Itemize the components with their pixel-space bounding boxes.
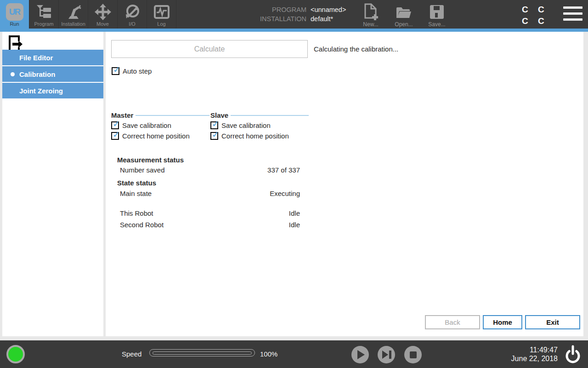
state-status-heading: State status xyxy=(117,179,156,187)
hamburger-menu-icon[interactable] xyxy=(563,6,582,21)
log-pulse-icon xyxy=(154,3,170,21)
program-label: PROGRAM xyxy=(232,6,306,13)
main-tabs: UR Run Program xyxy=(0,0,176,29)
tab-io[interactable]: I/O xyxy=(118,0,147,29)
slave-save-calibration-checkbox[interactable] xyxy=(210,121,218,129)
program-name: <unnamed> xyxy=(311,6,346,13)
home-button[interactable]: Home xyxy=(483,315,522,329)
move-arrows-icon xyxy=(95,3,111,21)
time-text: 11:49:47 xyxy=(511,345,558,354)
sidebar: File Editor Calibration Joint Zeroing xyxy=(2,32,103,336)
master-group: Master Save calibration Correct home pos… xyxy=(111,111,209,142)
speed-value: 100% xyxy=(260,350,277,358)
speed-slider-track xyxy=(153,351,252,355)
tab-move[interactable]: Move xyxy=(88,0,118,29)
file-operations: New... Open... Save... xyxy=(357,4,450,28)
tab-log[interactable]: Log xyxy=(147,0,176,29)
tab-program[interactable]: Program xyxy=(29,0,59,29)
slave-title: Slave xyxy=(210,111,228,119)
status-glyph-grid: C C C C xyxy=(522,4,544,27)
step-icon xyxy=(382,351,388,359)
date-text: June 22, 2018 xyxy=(511,354,558,363)
program-installation-info: PROGRAM <unnamed> INSTALLATION default* xyxy=(232,5,346,23)
slave-group: Slave Save calibration Correct home posi… xyxy=(210,111,309,142)
slave-correct-home-checkbox[interactable] xyxy=(210,132,218,140)
installation-label: INSTALLATION xyxy=(232,15,306,23)
open-folder-icon xyxy=(396,4,412,20)
master-correct-home-row: Correct home position xyxy=(111,132,209,140)
second-robot-value: Idle xyxy=(289,221,300,229)
master-divider-line xyxy=(136,115,209,116)
new-file-icon xyxy=(363,4,379,20)
calibration-panel: Calculate Calculating the calibration...… xyxy=(106,32,583,336)
tab-installation[interactable]: Installation xyxy=(59,0,88,29)
number-saved-row: Number saved 337 of 337 xyxy=(120,166,300,174)
second-robot-row: Second Robot Idle xyxy=(120,220,300,229)
master-correct-home-checkbox[interactable] xyxy=(111,132,119,140)
this-robot-row: This Robot Idle xyxy=(120,209,300,217)
stop-icon xyxy=(410,351,417,358)
new-button[interactable]: New... xyxy=(357,4,384,28)
tab-run[interactable]: UR Run xyxy=(0,0,29,29)
speed-label: Speed xyxy=(122,350,141,358)
installation-name: default* xyxy=(311,15,333,23)
speed-slider[interactable] xyxy=(149,349,255,356)
exit-button[interactable]: Exit xyxy=(525,315,580,329)
calculate-button[interactable]: Calculate xyxy=(111,40,308,58)
sidebar-menu: File Editor Calibration Joint Zeroing xyxy=(2,50,103,99)
robot-status-light[interactable] xyxy=(6,345,25,363)
bottom-bar: Speed 100% 11:49:47 June 22, 2018 xyxy=(0,340,588,368)
auto-step-checkbox[interactable] xyxy=(112,67,119,75)
this-robot-value: Idle xyxy=(289,209,300,217)
save-floppy-icon xyxy=(429,4,445,20)
number-saved-value: 337 of 337 xyxy=(267,166,300,174)
save-button[interactable]: Save... xyxy=(424,4,450,28)
sidebar-item-calibration[interactable]: Calibration xyxy=(2,66,103,82)
sidebar-item-joint-zeroing[interactable]: Joint Zeroing xyxy=(2,83,103,98)
master-save-calibration-row: Save calibration xyxy=(111,121,209,129)
slave-correct-home-row: Correct home position xyxy=(210,132,309,140)
clock: 11:49:47 June 22, 2018 xyxy=(511,345,558,363)
slave-divider-line xyxy=(231,115,309,116)
measurement-status-heading: Measurement status xyxy=(117,156,184,164)
slave-save-calibration-row: Save calibration xyxy=(210,121,309,129)
header-accent-strip xyxy=(0,29,588,32)
stop-button[interactable] xyxy=(404,346,422,363)
main-state-row: Main state Executing xyxy=(120,189,300,197)
step-button[interactable] xyxy=(378,346,395,363)
power-button[interactable] xyxy=(563,345,582,364)
io-circular-arrows-icon xyxy=(124,3,141,21)
robot-arm-icon xyxy=(66,3,81,21)
auto-step-row: Auto step xyxy=(112,67,152,75)
master-title: Master xyxy=(111,111,133,119)
play-button[interactable] xyxy=(351,346,369,363)
auto-step-label: Auto step xyxy=(123,67,152,75)
master-save-calibration-checkbox[interactable] xyxy=(111,121,119,129)
ur-logo-icon: UR xyxy=(6,3,23,21)
calibration-status-message: Calculating the calibration... xyxy=(314,45,398,53)
play-icon xyxy=(357,350,365,359)
sidebar-item-file-editor[interactable]: File Editor xyxy=(2,50,103,65)
selected-bullet-icon xyxy=(11,72,15,76)
top-bar: UR Run Program xyxy=(0,0,588,29)
program-tree-icon xyxy=(36,3,52,21)
open-button[interactable]: Open... xyxy=(390,4,417,28)
back-button[interactable]: Back xyxy=(425,315,480,329)
main-state-value: Executing xyxy=(270,190,300,197)
